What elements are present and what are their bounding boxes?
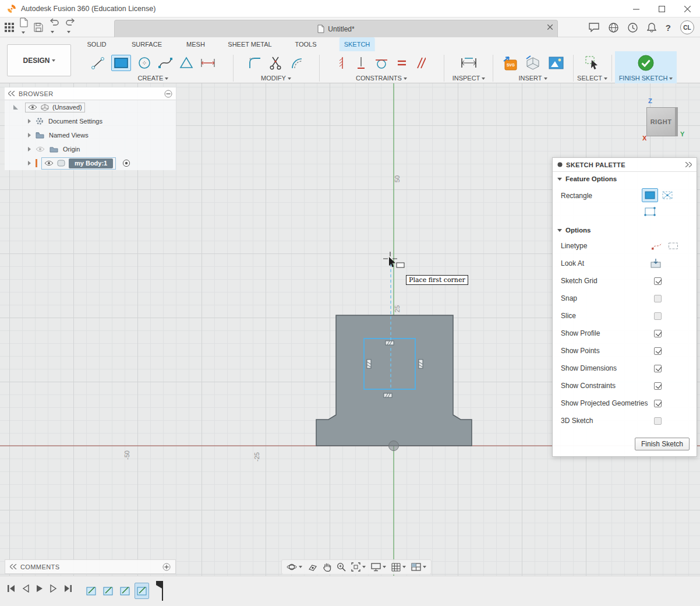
snap-checkbox[interactable] <box>654 295 662 302</box>
constraint-coincident-icon[interactable] <box>337 56 348 70</box>
tab-sketch-active[interactable]: SKETCH <box>340 37 375 51</box>
browser-item-body[interactable]: my Body:1 <box>5 156 176 170</box>
show-dimensions-checkbox[interactable] <box>654 365 662 372</box>
measure-tool-icon[interactable] <box>460 57 478 69</box>
help-icon[interactable]: ? <box>666 23 671 33</box>
timeline-feature-sketch-2[interactable] <box>101 583 115 599</box>
look-at-icon[interactable] <box>650 259 662 268</box>
body-cross-section[interactable] <box>316 315 472 446</box>
tab-tools[interactable]: TOOLS <box>290 37 321 51</box>
eye-hidden-icon[interactable] <box>36 146 45 152</box>
show-profile-checkbox[interactable] <box>654 330 662 337</box>
show-projected-geometries-checkbox[interactable] <box>654 400 662 407</box>
select-tool-icon[interactable] <box>585 55 600 71</box>
browser-collapse-all-icon[interactable] <box>164 90 172 98</box>
insert-svg-icon[interactable]: SVG <box>502 55 517 71</box>
user-avatar[interactable]: CL <box>680 20 694 34</box>
group-finish-sketch[interactable]: FINISH SKETCH <box>615 51 677 83</box>
eye-visible-icon[interactable] <box>28 104 37 110</box>
feature-options-section-header[interactable]: Feature Options <box>553 172 697 186</box>
minimize-button[interactable] <box>623 0 649 17</box>
sketch-grid-checkbox[interactable] <box>654 277 662 285</box>
two-point-rectangle-icon[interactable] <box>642 188 658 202</box>
center-rectangle-icon[interactable] <box>659 188 676 202</box>
viewports-icon[interactable] <box>411 563 426 571</box>
finish-sketch-group-label[interactable]: FINISH SKETCH <box>615 75 677 83</box>
circle-tool-icon[interactable] <box>137 55 152 71</box>
create-group-label[interactable]: CREATE <box>76 75 231 83</box>
constraints-group-label[interactable]: CONSTRAINTS <box>320 75 443 83</box>
insert-mesh-icon[interactable] <box>525 55 540 71</box>
collapse-panel-icon[interactable] <box>8 91 15 96</box>
trim-tool-icon[interactable] <box>268 55 284 71</box>
comments-icon[interactable] <box>589 23 599 32</box>
tab-sheet-metal[interactable]: SHEET METAL <box>223 37 276 51</box>
display-settings-icon[interactable] <box>371 563 386 572</box>
tab-solid[interactable]: SOLID <box>82 37 111 51</box>
notifications-bell-icon[interactable] <box>647 23 656 33</box>
fit-icon[interactable] <box>351 562 366 572</box>
finish-sketch-button[interactable]: Finish Sketch <box>635 438 690 450</box>
options-section-header[interactable]: Options <box>553 223 697 237</box>
activate-component-radio-icon[interactable] <box>122 159 130 167</box>
constraint-glyph-top[interactable] <box>386 341 394 345</box>
orbit-icon[interactable] <box>287 562 302 572</box>
zoom-icon[interactable] <box>337 562 346 572</box>
tab-mesh[interactable]: MESH <box>182 37 210 51</box>
grid-settings-icon[interactable] <box>391 563 406 572</box>
finish-sketch-check-icon[interactable] <box>637 54 655 72</box>
tab-surface[interactable]: SURFACE <box>127 37 167 51</box>
expand-arrow-icon[interactable] <box>28 161 31 165</box>
expand-arrow-open-icon[interactable] <box>13 104 19 110</box>
viewcube[interactable]: RIGHT <box>646 107 678 136</box>
tab-close-icon[interactable] <box>547 24 553 30</box>
palette-header[interactable]: SKETCH PALETTE <box>553 158 697 172</box>
expand-arrow-icon[interactable] <box>28 119 31 124</box>
timeline-go-to-end-button[interactable] <box>64 584 72 593</box>
timeline-play-button[interactable] <box>36 584 43 593</box>
browser-item-root[interactable]: (Unsaved) <box>5 100 176 114</box>
comments-panel[interactable]: COMMENTS <box>5 559 176 574</box>
canvas-image-icon[interactable] <box>549 57 564 69</box>
eye-visible-icon[interactable] <box>44 160 54 166</box>
document-tab[interactable]: Untitled* <box>114 20 558 37</box>
browser-item-origin[interactable]: Origin <box>5 142 176 156</box>
undo-button[interactable] <box>49 18 59 37</box>
timeline-feature-sketch-1[interactable] <box>84 583 98 599</box>
expand-arrow-icon[interactable] <box>28 133 31 138</box>
save-button[interactable] <box>34 23 43 32</box>
constraint-vertical-icon[interactable] <box>356 56 366 70</box>
add-comment-icon[interactable] <box>162 563 171 571</box>
show-points-checkbox[interactable] <box>654 347 662 355</box>
timeline-feature-sketch-3[interactable] <box>118 583 132 599</box>
slice-checkbox[interactable] <box>654 312 662 320</box>
timeline-go-to-start-button[interactable] <box>7 584 15 593</box>
polygon-tool-icon[interactable] <box>179 55 194 71</box>
clock-icon[interactable] <box>628 23 638 33</box>
browser-item-named-views[interactable]: Named Views <box>5 128 176 142</box>
collapse-panel-icon[interactable] <box>10 564 17 569</box>
maximize-button[interactable] <box>649 0 674 17</box>
offset-tool-icon[interactable] <box>289 55 305 71</box>
expand-panel-icon[interactable] <box>685 162 692 167</box>
origin-point[interactable] <box>389 441 399 451</box>
constraint-glyph-bottom[interactable] <box>384 393 392 397</box>
redo-button[interactable] <box>65 18 76 37</box>
slot-tool-icon[interactable] <box>200 57 216 69</box>
constraint-parallel-icon[interactable] <box>415 57 426 69</box>
look-at-icon[interactable] <box>307 563 317 572</box>
expand-arrow-icon[interactable] <box>28 147 31 152</box>
globe-icon[interactable] <box>609 23 618 33</box>
show-constraints-checkbox[interactable] <box>654 382 662 390</box>
constraint-equal-icon[interactable] <box>397 58 407 68</box>
select-group-label[interactable]: SELECT <box>574 75 610 83</box>
spline-tool-icon[interactable] <box>158 55 173 71</box>
app-grid-icon[interactable] <box>5 23 14 32</box>
constraint-tangent-icon[interactable] <box>374 56 388 70</box>
fillet-tool-icon[interactable] <box>248 55 263 71</box>
construction-linetype-icon[interactable] <box>651 241 663 251</box>
rectangle-tool-active[interactable] <box>111 55 131 71</box>
insert-group-label[interactable]: INSERT <box>494 75 572 83</box>
constraint-glyph-right[interactable] <box>419 360 423 368</box>
three-point-rectangle-icon[interactable] <box>642 205 658 219</box>
